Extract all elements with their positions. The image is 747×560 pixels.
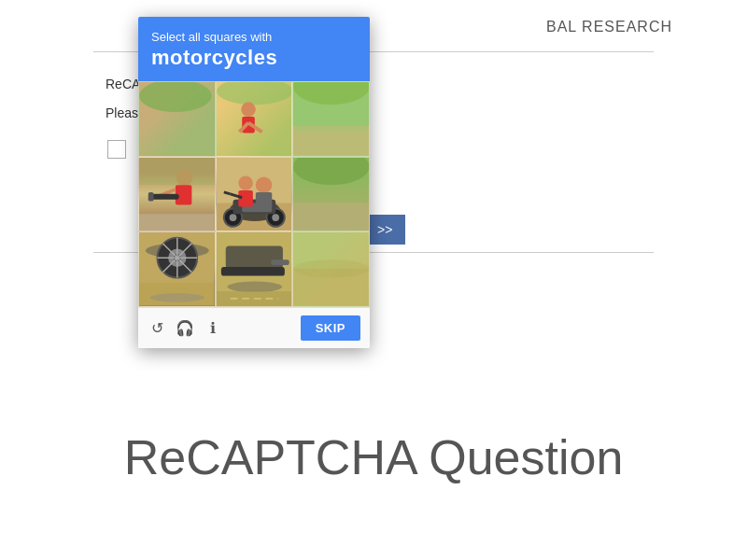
captcha-header: Select all squares with motorcycles (138, 17, 370, 81)
captcha-cell-8[interactable] (292, 231, 370, 307)
svg-line-32 (223, 192, 230, 194)
svg-rect-48 (225, 246, 282, 269)
svg-rect-15 (148, 192, 154, 202)
captcha-cell-2[interactable] (292, 81, 370, 157)
cell-3-inner (139, 158, 215, 231)
arrow-button[interactable]: >> (364, 215, 405, 245)
recaptcha-label: ReCA (106, 77, 140, 91)
svg-point-51 (227, 282, 281, 293)
svg-rect-49 (271, 259, 289, 265)
svg-rect-50 (221, 267, 285, 276)
captcha-cell-3[interactable] (138, 157, 216, 232)
refresh-icon[interactable]: ↺ (148, 319, 166, 338)
captcha-cell-0[interactable] (138, 81, 216, 157)
captcha-cell-7[interactable] (216, 231, 293, 307)
captcha-footer: ↺ 🎧 ℹ SKIP (138, 307, 370, 348)
svg-point-23 (229, 214, 236, 221)
svg-point-46 (150, 293, 204, 302)
robot-checkbox[interactable] (107, 140, 126, 159)
cell-7-inner (217, 232, 292, 306)
cell-4-inner (217, 158, 292, 231)
svg-rect-16 (139, 214, 215, 231)
top-bar-text: BAL RESEARCH (546, 19, 672, 35)
svg-point-29 (238, 175, 253, 190)
captcha-instruction-line1: Select all squares with (151, 30, 357, 44)
svg-rect-17 (139, 158, 215, 185)
captcha-instruction-line2: motorcycles (151, 46, 357, 70)
svg-rect-35 (293, 203, 369, 231)
page-title: ReCAPTCHA Question (0, 429, 747, 485)
svg-point-24 (272, 214, 279, 221)
svg-rect-28 (255, 192, 271, 212)
captcha-cell-4[interactable] (216, 157, 293, 232)
svg-rect-14 (150, 194, 179, 200)
svg-point-27 (255, 176, 271, 192)
captcha-cell-5[interactable] (292, 157, 370, 232)
captcha-cell-6[interactable] (138, 231, 216, 307)
captcha-modal: Select all squares with motorcycles (138, 17, 370, 348)
captcha-cell-1[interactable] (216, 81, 293, 157)
captcha-footer-icons: ↺ 🎧 ℹ (148, 319, 222, 338)
cell-6-inner (139, 232, 215, 306)
svg-rect-10 (293, 132, 369, 155)
headphones-icon[interactable]: 🎧 (176, 319, 194, 338)
info-icon[interactable]: ℹ (204, 319, 222, 338)
svg-point-56 (293, 259, 369, 277)
svg-point-4 (241, 102, 256, 117)
captcha-grid (138, 81, 370, 307)
skip-button[interactable]: SKIP (301, 315, 360, 341)
